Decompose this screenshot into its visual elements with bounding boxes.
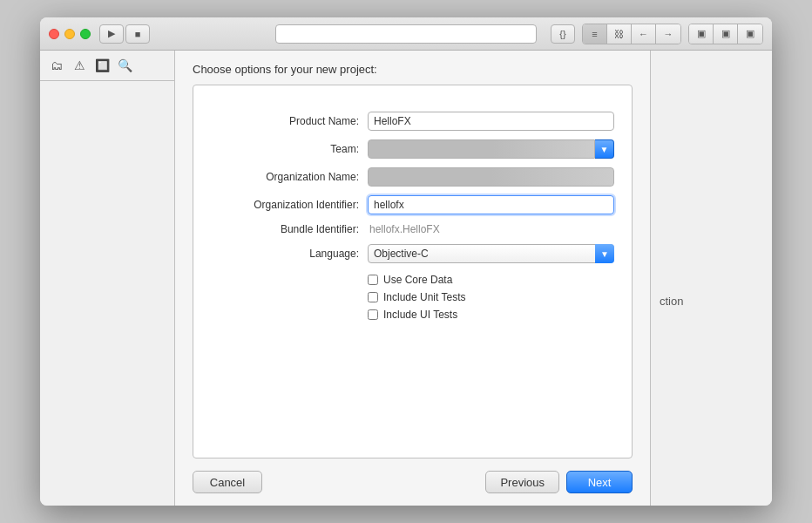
checkboxes-area: Use Core Data Include Unit Tests Include… <box>211 274 614 321</box>
cancel-button[interactable]: Cancel <box>193 471 262 493</box>
chain-view-button[interactable]: ⛓ <box>607 24 632 44</box>
inspector-icon[interactable]: 🔲 <box>94 58 110 73</box>
right-panel: ction <box>650 51 772 506</box>
form-grid: Product Name: Team: ▼ Organization Name: <box>211 112 614 263</box>
team-dropdown-button[interactable]: ▼ <box>595 139 614 159</box>
bundle-identifier-label: Bundle Identifier: <box>211 223 368 235</box>
panel-toggle-group: ▣ ▣ ▣ <box>688 24 763 44</box>
bottom-panel-button[interactable]: ▣ <box>714 24 738 44</box>
include-ui-tests-row: Include UI Tests <box>368 309 614 321</box>
dialog-footer: Cancel Previous Next <box>175 458 650 506</box>
view-toggle-group: ≡ ⛓ ← → <box>582 24 681 44</box>
product-name-label: Product Name: <box>211 115 368 127</box>
next-button[interactable]: Next <box>566 471 633 493</box>
forward-button[interactable]: → <box>656 24 680 44</box>
navigation-buttons: Previous Next <box>485 471 633 493</box>
dialog-header: Choose options for your new project: <box>175 51 650 85</box>
use-core-data-label: Use Core Data <box>383 274 452 286</box>
include-ui-tests-label: Include UI Tests <box>383 309 457 321</box>
minimize-button[interactable] <box>64 29 75 39</box>
organization-identifier-input[interactable] <box>368 195 614 214</box>
include-unit-tests-checkbox[interactable] <box>368 292 378 302</box>
dialog-container: Choose options for your new project: Pro… <box>175 51 650 506</box>
maximize-button[interactable] <box>80 29 91 39</box>
include-unit-tests-label: Include Unit Tests <box>383 291 466 303</box>
folder-icon[interactable]: 🗂 <box>49 58 64 73</box>
search-icon[interactable]: 🔍 <box>117 58 132 73</box>
language-label: Language: <box>211 248 368 260</box>
right-panel-button[interactable]: ▣ <box>738 24 762 44</box>
list-view-button[interactable]: ≡ <box>583 24 607 44</box>
center-panel: Choose options for your new project: Pro… <box>175 51 650 506</box>
braces-button[interactable]: {} <box>551 24 575 44</box>
team-input[interactable] <box>368 139 595 159</box>
organization-name-label: Organization Name: <box>211 171 368 183</box>
main-window: ▶ ■ {} ≡ ⛓ ← → ▣ ▣ ▣ 🗂 ⚠ 🔲 <box>40 17 772 506</box>
search-bar[interactable] <box>275 24 537 44</box>
language-select-container: Objective-C Swift ▼ <box>368 244 614 263</box>
run-button[interactable]: ▶ <box>99 24 124 44</box>
traffic-lights <box>49 29 91 39</box>
organization-identifier-label: Organization Identifier: <box>211 199 368 211</box>
sidebar: 🗂 ⚠ 🔲 🔍 <box>40 51 175 506</box>
use-core-data-checkbox[interactable] <box>368 275 378 285</box>
team-label: Team: <box>211 143 368 155</box>
bundle-identifier-value: hellofx.HelloFX <box>368 223 614 235</box>
dialog-title: Choose options for your new project: <box>193 63 377 76</box>
left-panel-button[interactable]: ▣ <box>689 24 714 44</box>
sidebar-icons: 🗂 ⚠ 🔲 🔍 <box>40 51 174 81</box>
organization-name-input[interactable] <box>368 167 614 187</box>
right-panel-text: ction <box>660 295 683 308</box>
close-button[interactable] <box>49 29 59 39</box>
language-select[interactable]: Objective-C Swift <box>368 244 614 263</box>
previous-button[interactable]: Previous <box>485 471 559 493</box>
main-area: 🗂 ⚠ 🔲 🔍 Choose options for your new proj… <box>40 51 772 506</box>
title-bar: ▶ ■ {} ≡ ⛓ ← → ▣ ▣ ▣ <box>40 17 772 51</box>
dialog-content: Product Name: Team: ▼ Organization Name: <box>193 85 633 458</box>
product-name-input[interactable] <box>368 112 614 131</box>
warning-icon[interactable]: ⚠ <box>71 58 87 73</box>
include-unit-tests-row: Include Unit Tests <box>368 291 614 303</box>
team-field-container: ▼ <box>368 139 614 159</box>
include-ui-tests-checkbox[interactable] <box>368 309 378 320</box>
stop-button[interactable]: ■ <box>125 24 150 44</box>
use-core-data-row: Use Core Data <box>368 274 614 286</box>
back-button[interactable]: ← <box>632 24 656 44</box>
